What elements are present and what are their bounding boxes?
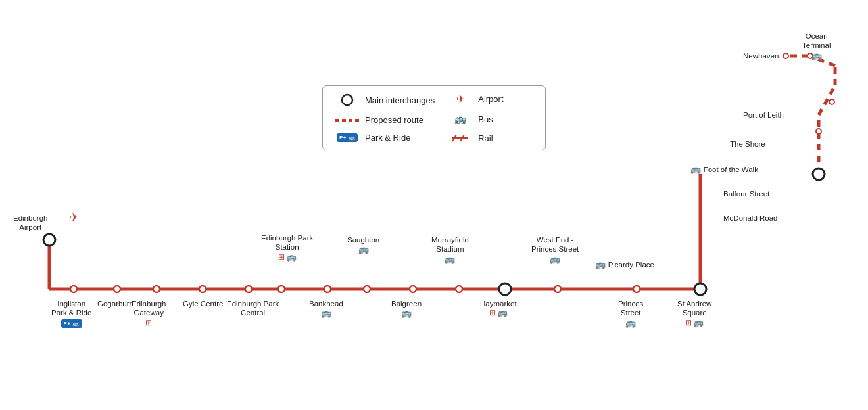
svg-point-19 [456,286,462,292]
svg-point-25 [816,129,821,134]
station-edinburgh-gateway: EdinburghGateway ⊞ [132,299,166,328]
legend-bus: 🚌 Bus [448,113,503,125]
svg-point-22 [633,286,640,292]
svg-point-13 [199,286,206,292]
legend-airport-label: Airport [478,94,503,104]
station-picardy-place: 🚌 Picardy Place [595,260,654,270]
svg-point-27 [783,53,788,58]
airport-icon: ✈ [69,210,79,225]
station-gyle-centre: Gyle Centre [183,299,223,308]
legend-park-ride: P+ 🚌 Park & Ride [335,133,435,143]
station-port-of-leith: Port of Leith [743,110,784,120]
svg-point-16 [324,286,331,292]
svg-point-11 [114,286,120,292]
station-edinburgh-park-central: Edinburgh ParkCentral [227,299,279,318]
station-bankhead: Bankhead 🚌 [309,299,343,319]
svg-point-9 [43,234,55,246]
svg-point-10 [70,286,77,292]
svg-point-14 [245,286,252,292]
station-balfour-street: Balfour Street [723,189,769,198]
svg-point-26 [829,99,834,104]
station-balgreen: Balgreen 🚌 [391,299,422,319]
station-the-shore: The Shore [730,139,765,148]
svg-point-15 [278,286,285,292]
svg-point-20 [499,283,511,295]
legend-proposed-label: Proposed route [365,115,423,125]
legend-proposed: Proposed route [335,115,435,125]
station-edinburgh-park-station: Edinburgh ParkStation ⊞🚌 [261,233,313,262]
station-foot-of-the-walk: 🚌 Foot of the Walk [690,164,758,175]
svg-point-24 [813,168,825,180]
route-svg [0,0,868,410]
station-saughton: Saughton 🚌 [347,235,379,256]
legend: Main interchanges Proposed route P+ 🚌 Pa… [322,85,546,150]
station-newhaven: Newhaven [743,51,779,60]
svg-point-17 [364,286,370,292]
svg-point-23 [694,283,706,295]
station-st-andrew-square: St AndrewSquare ⊞🚌 [677,299,711,328]
legend-rail: Rail [448,133,503,143]
svg-point-21 [554,286,561,292]
svg-point-12 [153,286,160,292]
station-west-end: West End -Princes Street 🚌 [531,235,579,265]
svg-point-29 [342,95,352,105]
legend-interchange: Main interchanges [335,93,435,107]
station-princes-street: PrincesStreet 🚌 [618,299,643,329]
station-mcdonald-road: McDonald Road [723,214,777,223]
svg-point-18 [410,286,416,292]
station-murrayfield: MurrayfieldStadium 🚌 [431,235,469,265]
station-ingliston: InglistonPark & Ride P+ 🚌 [51,299,91,327]
station-edinburgh-airport: EdinburghAirport [13,214,47,233]
legend-airport: ✈ Airport [448,93,503,105]
park-ride-badge: P+ 🚌 [337,133,358,142]
legend-bus-label: Bus [478,114,493,124]
legend-park-ride-label: Park & Ride [365,133,410,143]
station-ocean-terminal: OceanTerminal 🚌 [802,32,831,61]
map-container: Main interchanges Proposed route P+ 🚌 Pa… [0,0,868,410]
station-gogarburn: Gogarburn [97,299,133,308]
legend-interchange-label: Main interchanges [365,95,435,105]
legend-rail-label: Rail [478,133,493,143]
station-haymarket: Haymarket ⊞🚌 [480,299,517,318]
